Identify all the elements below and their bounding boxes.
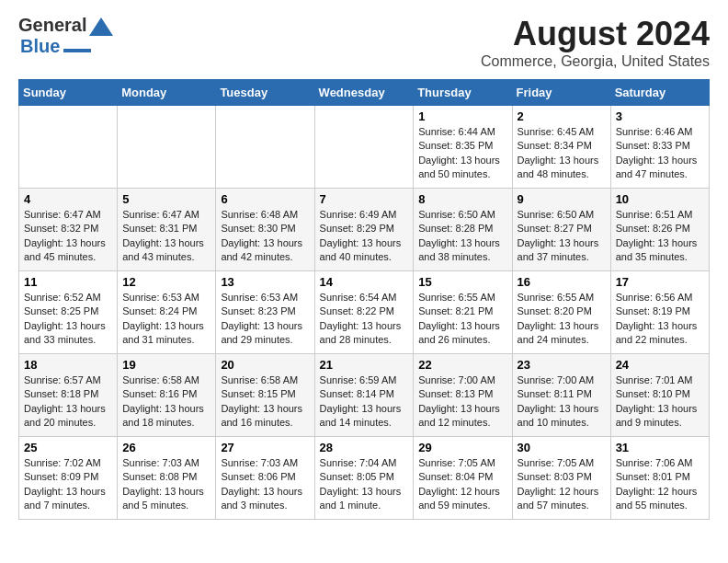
day-info: Sunrise: 6:56 AM Sunset: 8:19 PM Dayligh… xyxy=(616,291,704,348)
day-info: Sunrise: 7:03 AM Sunset: 8:08 PM Dayligh… xyxy=(122,456,210,513)
day-info: Sunrise: 6:51 AM Sunset: 8:26 PM Dayligh… xyxy=(616,208,704,265)
day-number: 24 xyxy=(616,358,704,372)
day-info: Sunrise: 6:54 AM Sunset: 8:22 PM Dayligh… xyxy=(320,291,409,348)
day-info: Sunrise: 7:00 AM Sunset: 8:11 PM Dayligh… xyxy=(518,373,606,431)
day-info: Sunrise: 6:45 AM Sunset: 8:34 PM Dayligh… xyxy=(518,125,606,182)
day-number: 10 xyxy=(616,192,704,206)
calendar-day-cell: 14Sunrise: 6:54 AM Sunset: 8:22 PM Dayli… xyxy=(314,271,414,354)
day-number: 3 xyxy=(616,109,704,123)
day-info: Sunrise: 6:50 AM Sunset: 8:27 PM Dayligh… xyxy=(518,208,606,265)
calendar-day-cell: 4Sunrise: 6:47 AM Sunset: 8:32 PM Daylig… xyxy=(19,189,118,271)
day-of-week-header: Wednesday xyxy=(314,80,414,106)
calendar-day-cell: 25Sunrise: 7:02 AM Sunset: 8:09 PM Dayli… xyxy=(19,437,118,520)
calendar-title: August 2024 xyxy=(481,15,710,53)
calendar-day-cell: 20Sunrise: 6:58 AM Sunset: 8:15 PM Dayli… xyxy=(216,354,314,437)
title-area: August 2024 Commerce, Georgia, United St… xyxy=(481,15,710,70)
day-info: Sunrise: 6:53 AM Sunset: 8:24 PM Dayligh… xyxy=(122,291,210,348)
svg-marker-0 xyxy=(89,17,113,36)
calendar-day-cell: 29Sunrise: 7:05 AM Sunset: 8:04 PM Dayli… xyxy=(414,437,512,520)
calendar-day-cell: 18Sunrise: 6:57 AM Sunset: 8:18 PM Dayli… xyxy=(19,354,118,437)
day-number: 9 xyxy=(518,192,606,206)
day-number: 23 xyxy=(518,358,606,372)
day-info: Sunrise: 6:52 AM Sunset: 8:25 PM Dayligh… xyxy=(24,291,112,348)
logo: General Blue xyxy=(18,15,113,57)
calendar-day-cell: 12Sunrise: 6:53 AM Sunset: 8:24 PM Dayli… xyxy=(118,271,216,354)
calendar-day-cell: 7Sunrise: 6:49 AM Sunset: 8:29 PM Daylig… xyxy=(314,189,414,271)
day-of-week-header: Tuesday xyxy=(216,80,314,106)
day-number: 17 xyxy=(616,275,704,289)
calendar-day-cell: 2Sunrise: 6:45 AM Sunset: 8:34 PM Daylig… xyxy=(512,106,610,189)
calendar-day-cell xyxy=(314,106,414,189)
calendar-day-cell xyxy=(216,106,314,189)
day-number: 1 xyxy=(418,109,506,123)
calendar-day-cell: 28Sunrise: 7:04 AM Sunset: 8:05 PM Dayli… xyxy=(314,437,414,520)
day-number: 16 xyxy=(518,275,606,289)
calendar-week-row: 4Sunrise: 6:47 AM Sunset: 8:32 PM Daylig… xyxy=(19,189,710,271)
calendar-day-cell: 6Sunrise: 6:48 AM Sunset: 8:30 PM Daylig… xyxy=(216,189,314,271)
day-of-week-header: Saturday xyxy=(610,80,709,106)
day-number: 26 xyxy=(122,441,210,454)
calendar-day-cell: 21Sunrise: 6:59 AM Sunset: 8:14 PM Dayli… xyxy=(314,354,414,437)
day-number: 31 xyxy=(616,441,704,454)
calendar-week-row: 11Sunrise: 6:52 AM Sunset: 8:25 PM Dayli… xyxy=(19,271,710,354)
calendar-day-cell xyxy=(19,106,118,189)
day-info: Sunrise: 7:03 AM Sunset: 8:06 PM Dayligh… xyxy=(221,456,309,513)
calendar-subtitle: Commerce, Georgia, United States xyxy=(481,53,710,70)
calendar-day-cell: 16Sunrise: 6:55 AM Sunset: 8:20 PM Dayli… xyxy=(512,271,610,354)
calendar-day-cell: 31Sunrise: 7:06 AM Sunset: 8:01 PM Dayli… xyxy=(610,437,709,520)
day-number: 4 xyxy=(24,192,112,206)
calendar-day-cell: 11Sunrise: 6:52 AM Sunset: 8:25 PM Dayli… xyxy=(19,271,118,354)
calendar-table: SundayMondayTuesdayWednesdayThursdayFrid… xyxy=(18,79,710,520)
logo-icon xyxy=(89,17,113,36)
day-number: 15 xyxy=(418,275,506,289)
day-number: 18 xyxy=(24,358,112,372)
day-number: 12 xyxy=(122,275,210,289)
day-info: Sunrise: 6:55 AM Sunset: 8:21 PM Dayligh… xyxy=(418,291,506,348)
day-info: Sunrise: 6:44 AM Sunset: 8:35 PM Dayligh… xyxy=(418,125,506,182)
day-info: Sunrise: 6:47 AM Sunset: 8:32 PM Dayligh… xyxy=(24,208,112,265)
day-number: 22 xyxy=(418,358,506,372)
calendar-day-cell: 8Sunrise: 6:50 AM Sunset: 8:28 PM Daylig… xyxy=(414,189,512,271)
calendar-day-cell: 17Sunrise: 6:56 AM Sunset: 8:19 PM Dayli… xyxy=(610,271,709,354)
calendar-week-row: 18Sunrise: 6:57 AM Sunset: 8:18 PM Dayli… xyxy=(19,354,710,437)
day-info: Sunrise: 7:04 AM Sunset: 8:05 PM Dayligh… xyxy=(320,456,409,513)
calendar-day-cell: 13Sunrise: 6:53 AM Sunset: 8:23 PM Dayli… xyxy=(216,271,314,354)
day-number: 14 xyxy=(320,275,409,289)
day-info: Sunrise: 6:50 AM Sunset: 8:28 PM Dayligh… xyxy=(418,208,506,265)
calendar-week-row: 1Sunrise: 6:44 AM Sunset: 8:35 PM Daylig… xyxy=(19,106,710,189)
day-number: 2 xyxy=(518,109,606,123)
day-number: 25 xyxy=(24,441,112,454)
day-info: Sunrise: 7:02 AM Sunset: 8:09 PM Dayligh… xyxy=(24,456,112,513)
day-number: 11 xyxy=(24,275,112,289)
calendar-day-cell: 9Sunrise: 6:50 AM Sunset: 8:27 PM Daylig… xyxy=(512,189,610,271)
calendar-day-cell: 15Sunrise: 6:55 AM Sunset: 8:21 PM Dayli… xyxy=(414,271,512,354)
calendar-day-cell: 10Sunrise: 6:51 AM Sunset: 8:26 PM Dayli… xyxy=(610,189,709,271)
day-number: 7 xyxy=(320,192,409,206)
day-of-week-header: Friday xyxy=(512,80,610,106)
day-number: 5 xyxy=(122,192,210,206)
day-number: 21 xyxy=(320,358,409,372)
day-info: Sunrise: 6:58 AM Sunset: 8:15 PM Dayligh… xyxy=(221,373,309,431)
calendar-header: SundayMondayTuesdayWednesdayThursdayFrid… xyxy=(19,80,710,106)
calendar-day-cell: 24Sunrise: 7:01 AM Sunset: 8:10 PM Dayli… xyxy=(610,354,709,437)
day-of-week-header: Thursday xyxy=(414,80,512,106)
calendar-day-cell: 30Sunrise: 7:05 AM Sunset: 8:03 PM Dayli… xyxy=(512,437,610,520)
calendar-body: 1Sunrise: 6:44 AM Sunset: 8:35 PM Daylig… xyxy=(19,106,710,520)
day-info: Sunrise: 7:01 AM Sunset: 8:10 PM Dayligh… xyxy=(616,373,704,431)
header: General Blue August 2024 Commerce, Georg… xyxy=(18,15,710,70)
calendar-day-cell: 22Sunrise: 7:00 AM Sunset: 8:13 PM Dayli… xyxy=(414,354,512,437)
calendar-day-cell: 27Sunrise: 7:03 AM Sunset: 8:06 PM Dayli… xyxy=(216,437,314,520)
calendar-day-cell: 23Sunrise: 7:00 AM Sunset: 8:11 PM Dayli… xyxy=(512,354,610,437)
day-info: Sunrise: 6:47 AM Sunset: 8:31 PM Dayligh… xyxy=(122,208,210,265)
calendar-week-row: 25Sunrise: 7:02 AM Sunset: 8:09 PM Dayli… xyxy=(19,437,710,520)
day-info: Sunrise: 6:49 AM Sunset: 8:29 PM Dayligh… xyxy=(320,208,409,265)
calendar-day-cell: 1Sunrise: 6:44 AM Sunset: 8:35 PM Daylig… xyxy=(414,106,512,189)
day-number: 8 xyxy=(418,192,506,206)
day-number: 30 xyxy=(518,441,606,454)
calendar-day-cell: 3Sunrise: 6:46 AM Sunset: 8:33 PM Daylig… xyxy=(610,106,709,189)
calendar-day-cell xyxy=(118,106,216,189)
day-info: Sunrise: 7:05 AM Sunset: 8:04 PM Dayligh… xyxy=(418,456,506,513)
day-info: Sunrise: 6:48 AM Sunset: 8:30 PM Dayligh… xyxy=(221,208,309,265)
calendar-day-cell: 19Sunrise: 6:58 AM Sunset: 8:16 PM Dayli… xyxy=(118,354,216,437)
calendar-day-cell: 26Sunrise: 7:03 AM Sunset: 8:08 PM Dayli… xyxy=(118,437,216,520)
